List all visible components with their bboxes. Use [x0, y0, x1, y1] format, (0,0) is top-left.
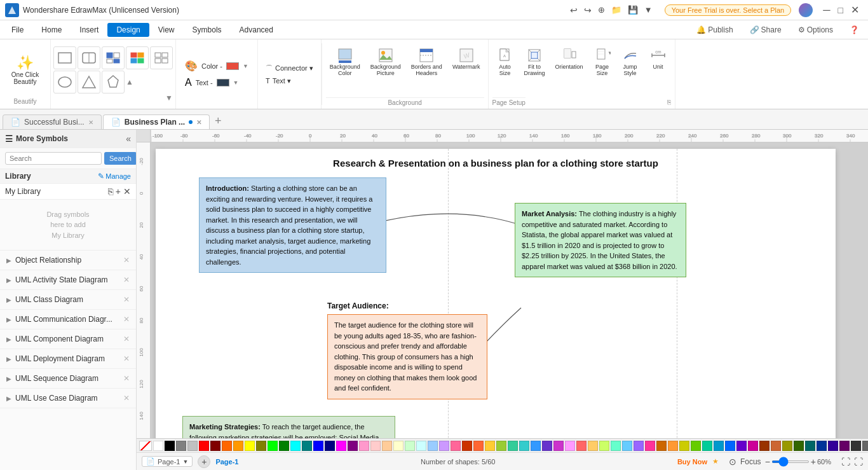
shape-btn-2[interactable] — [78, 46, 100, 69]
canvas[interactable]: -20 0 20 40 60 80 100 120 140 160 180 20… — [137, 142, 868, 438]
color-swatch-1[interactable] — [165, 441, 175, 451]
color-swatch-37[interactable] — [576, 441, 587, 451]
color-swatch-61[interactable] — [851, 441, 861, 451]
color-swatch-42[interactable] — [634, 441, 644, 451]
color-swatch-17[interactable] — [348, 441, 358, 451]
color-swatch-5[interactable] — [210, 441, 220, 451]
color-swatch-34[interactable] — [542, 441, 552, 451]
item-close-2[interactable]: ✕ — [123, 295, 130, 304]
no-fill-swatch[interactable] — [139, 441, 152, 451]
menu-item-design[interactable]: Design — [107, 23, 149, 37]
color-swatch-30[interactable] — [496, 441, 506, 451]
color-swatch-23[interactable] — [416, 441, 426, 451]
undo-icon[interactable]: ↩ — [568, 4, 580, 17]
color-swatch-19[interactable] — [370, 441, 381, 451]
connector-button[interactable]: ⌒ Connector ▾ — [262, 62, 317, 75]
search-button[interactable]: Search — [104, 152, 137, 165]
watermark-button[interactable]: W Watermark — [449, 45, 484, 73]
color-swatch-7[interactable] — [233, 441, 243, 451]
tab-close-1[interactable]: ✕ — [88, 119, 93, 126]
tab-business-plan[interactable]: 📄 Business Plan ... ✕ — [103, 114, 210, 129]
my-library-export-button[interactable]: ⎘ — [108, 186, 113, 197]
color-swatch-6[interactable] — [222, 441, 232, 451]
trial-button[interactable]: Your Free Trial is over. Select a Plan — [665, 4, 792, 16]
color-swatch-58[interactable] — [817, 441, 827, 451]
color-swatch-4[interactable] — [199, 441, 209, 451]
unit-button[interactable]: cm Unit — [646, 45, 671, 73]
menu-item-insert[interactable]: Insert — [71, 23, 107, 37]
color-swatch-28[interactable] — [473, 441, 484, 451]
color-swatch-3[interactable] — [187, 441, 198, 451]
color-swatch-31[interactable] — [508, 441, 518, 451]
color-swatch-27[interactable] — [462, 441, 472, 451]
color-swatch-41[interactable] — [622, 441, 632, 451]
share-button[interactable]: 🔗 Share — [743, 24, 788, 36]
redo-icon[interactable]: ↪ — [582, 4, 593, 17]
color-swatch-15[interactable] — [325, 441, 335, 451]
shape-btn-5[interactable] — [150, 46, 173, 69]
sidebar-item-uml-deployment[interactable]: ▶ UML Deployment Diagram ✕ — [0, 349, 136, 369]
auto-size-button[interactable]: A Auto Size — [492, 45, 518, 79]
more-icon[interactable]: ▼ — [642, 4, 654, 16]
page-setup-expand-icon[interactable]: ⎘ — [667, 99, 671, 106]
menu-item-view[interactable]: View — [149, 23, 184, 37]
one-click-beautify-button[interactable]: ✨ One Click Beautify — [6, 52, 44, 88]
color-swatch-22[interactable] — [405, 441, 415, 451]
color-swatch-26[interactable] — [451, 441, 461, 451]
color-swatch-48[interactable] — [702, 441, 712, 451]
help-button[interactable]: ❓ — [843, 24, 865, 36]
fullscreen-button[interactable]: ⛶ — [854, 457, 863, 467]
borders-button[interactable]: Borders and Headers — [407, 45, 446, 79]
add-page-button[interactable]: + — [198, 455, 210, 468]
color-swatch-29[interactable] — [485, 441, 495, 451]
color-swatch-59[interactable] — [828, 441, 838, 451]
sidebar-item-uml-usecase[interactable]: ▶ UML Use Case Diagram ✕ — [0, 389, 136, 408]
color-swatch-16[interactable] — [336, 441, 346, 451]
color-swatch-20[interactable] — [382, 441, 392, 451]
tab-successful-busi[interactable]: 📄 Successful Busi... ✕ — [3, 114, 102, 129]
color-swatch-60[interactable] — [839, 441, 850, 451]
search-input[interactable] — [5, 152, 102, 165]
focus-button[interactable]: Focus — [740, 457, 761, 466]
zoom-slider[interactable] — [771, 460, 810, 463]
color-swatch-49[interactable] — [714, 441, 724, 451]
sidebar-item-object-relationship[interactable]: ▶ Object Relationship ✕ — [0, 251, 136, 270]
sidebar-item-uml-class[interactable]: ▶ UML Class Diagram ✕ — [0, 290, 136, 310]
color-swatch-33[interactable] — [531, 441, 541, 451]
zoom-out-button[interactable]: − — [765, 457, 770, 467]
menu-item-advanced[interactable]: Advanced — [231, 23, 282, 37]
sidebar-item-uml-sequence[interactable]: ▶ UML Sequence Diagram ✕ — [0, 369, 136, 389]
color-swatch-44[interactable] — [656, 441, 667, 451]
bg-picture-button[interactable]: Background Picture — [367, 45, 405, 79]
buy-now-button[interactable]: Buy Now — [677, 458, 707, 466]
close-button[interactable]: ✕ — [847, 3, 863, 17]
jump-style-button[interactable]: Jump Style — [618, 45, 643, 79]
collapse-sidebar-button[interactable]: « — [126, 134, 131, 144]
color-swatch-62[interactable] — [862, 441, 868, 451]
shape-btn-4[interactable] — [126, 46, 149, 69]
sidebar-item-uml-component[interactable]: ▶ UML Component Diagram ✕ — [0, 329, 136, 349]
user-avatar[interactable] — [799, 3, 813, 17]
color-swatch-53[interactable] — [759, 441, 770, 451]
color-swatch-10[interactable] — [268, 441, 278, 451]
color-swatch-14[interactable] — [313, 441, 323, 451]
layers-button[interactable]: ⊙ — [729, 457, 736, 467]
orientation-button[interactable]: Orientation — [552, 45, 587, 73]
publish-button[interactable]: 🔔 Publish — [690, 24, 739, 36]
save-icon[interactable]: 💾 — [626, 4, 640, 16]
fit-drawing-button[interactable]: Fit to Drawing — [520, 45, 549, 79]
color-swatch-43[interactable] — [645, 441, 655, 451]
shape-btn-8[interactable] — [102, 71, 125, 93]
sidebar-item-uml-communication[interactable]: ▶ UML Communication Diagr... ✕ — [0, 310, 136, 329]
color-swatch-50[interactable] — [725, 441, 735, 451]
zoom-in-button[interactable]: + — [811, 457, 816, 467]
item-close-5[interactable]: ✕ — [123, 354, 130, 363]
color-swatch-45[interactable] — [668, 441, 678, 451]
item-close-3[interactable]: ✕ — [123, 315, 130, 324]
color-swatch-32[interactable] — [519, 441, 529, 451]
fit-page-button[interactable]: ⛶ — [841, 457, 850, 467]
shape-btn-1[interactable] — [53, 46, 76, 69]
menu-item-file[interactable]: File — [3, 23, 32, 37]
color-swatch-40[interactable] — [611, 441, 621, 451]
item-close-0[interactable]: ✕ — [123, 256, 130, 265]
